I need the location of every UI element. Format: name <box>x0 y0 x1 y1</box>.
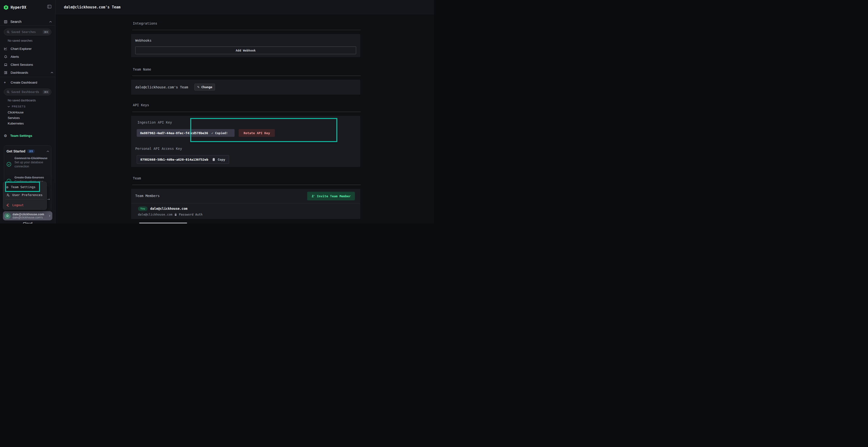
member-name: dale@clickhouse.com <box>150 207 187 210</box>
rotate-api-key-button[interactable]: Rotate API Key <box>239 129 275 137</box>
sidebar-item-client-sessions[interactable]: Client Sessions <box>4 62 53 67</box>
brand: HyperDX <box>3 4 26 10</box>
integrations-heading: Integrations <box>133 22 157 25</box>
sidebar-item-chart-explorer[interactable]: Chart Explorer <box>4 46 53 51</box>
main-content: dale@clickhouse.com's Team Integrations … <box>56 0 434 224</box>
sidebar-item-team-settings[interactable]: ⚙ Team Settings <box>4 133 32 138</box>
copy-label: Copy <box>218 158 225 161</box>
divider <box>0 25 55 26</box>
chevron-right-icon: › <box>49 214 51 218</box>
create-dashboard-label: Create Dashboard <box>10 81 37 84</box>
ingestion-key-chip[interactable]: 8e887902-4ed7-44ea-8fec-f47cd578be36 ✓ C… <box>137 129 235 137</box>
presets-toggle[interactable]: PRESETS <box>7 104 26 109</box>
sidebar-item-label: Client Sessions <box>10 63 33 66</box>
lock-icon <box>174 213 177 216</box>
gear-icon: ⚙ <box>6 185 8 189</box>
no-saved-dashboards-text: No saved dashboards <box>8 99 36 102</box>
chart-line-icon <box>4 47 7 50</box>
gear-icon: ⚙ <box>4 134 7 138</box>
saved-searches-input[interactable]: Saved Searches ⌘K <box>4 29 51 35</box>
hyperdx-app: HyperDX Search Saved Searches ⌘K No save… <box>0 0 434 224</box>
team-heading: Team <box>133 176 141 180</box>
team-settings-label: Team Settings <box>10 134 32 138</box>
you-badge: You <box>138 206 148 211</box>
task-title: Connect to ClickHouse <box>14 156 50 161</box>
shortcut-badge: ⌘K <box>43 30 50 34</box>
dashboard-grid-icon <box>4 71 7 74</box>
sidebar-item-alerts[interactable]: Alerts <box>4 54 53 60</box>
change-team-name-button[interactable]: ✎ Change <box>194 83 215 91</box>
member-details-row: dale@clickhouse.com Password Auth <box>138 213 203 216</box>
preset-clickhouse[interactable]: ClickHouse <box>8 110 24 114</box>
menu-item-team-settings[interactable]: ⚙ Team Settings <box>6 183 35 191</box>
menu-item-label: Team Settings <box>11 185 35 189</box>
search-icon <box>7 91 10 94</box>
search-section-label: Search <box>10 20 22 24</box>
invite-team-member-button[interactable]: Invite Team Member <box>307 192 355 200</box>
brand-name: HyperDX <box>10 5 26 10</box>
no-saved-searches-text: No saved searches <box>8 39 33 42</box>
menu-item-user-preferences[interactable]: User Preferences <box>6 191 42 199</box>
bell-icon <box>4 55 7 59</box>
get-started-item-connect[interactable]: Connect to ClickHouse Set up your databa… <box>14 156 50 169</box>
sidebar-item-label: Alerts <box>10 55 19 59</box>
page-title: dale@clickhouse.com's Team <box>64 0 121 14</box>
avatar: D <box>4 213 10 219</box>
horizontal-scrollbar-thumb[interactable] <box>139 222 187 224</box>
check-circle-icon <box>6 162 11 167</box>
collapse-sidebar-icon[interactable] <box>47 5 51 8</box>
account-popup-menu: ⚙ Team Settings User Preferences Logout <box>3 182 47 210</box>
chevron-up-icon <box>49 21 52 23</box>
chevron-up-icon <box>51 72 53 73</box>
presets-label: PRESETS <box>12 105 26 108</box>
sidebar-item-label: Chart Explorer <box>10 47 32 50</box>
divider <box>0 77 55 77</box>
ingestion-key-value: 8e887902-4ed7-44ea-8fec-f47cd578be36 <box>140 131 208 135</box>
progress-badge: 2/3 <box>27 149 35 153</box>
hyperdx-logo-icon <box>3 5 9 10</box>
divider <box>131 203 360 204</box>
plus-icon: + <box>4 80 7 84</box>
team-name-card: dale@clickhouse.com's Team ✎ Change <box>131 80 360 95</box>
member-email: dale@clickhouse.com <box>138 213 173 216</box>
menu-item-logout[interactable]: Logout <box>6 201 24 209</box>
clipped-bottom-text: Cloud <box>23 221 33 224</box>
preset-kubernetes[interactable]: Kubernetes <box>8 121 24 126</box>
create-dashboard-button[interactable]: + Create Dashboard <box>4 79 53 85</box>
menu-item-label: Logout <box>12 203 24 207</box>
sidebar-item-label: Dashboards <box>10 71 28 74</box>
saved-dashboards-placeholder: Saved Dashboards <box>11 90 39 94</box>
sidebar-section-search[interactable]: Search <box>4 18 52 25</box>
user-email: dale@clickhouse.com <box>12 213 44 216</box>
team-name-heading: Team Name <box>133 67 151 71</box>
clipboard-icon <box>212 158 215 161</box>
api-keys-heading: API Keys <box>133 103 149 107</box>
user-gear-icon <box>6 194 10 197</box>
copied-indicator: ✓ Copied! <box>212 131 228 135</box>
preset-services[interactable]: Services <box>8 115 20 120</box>
divider <box>132 112 361 112</box>
sidebar-item-dashboards[interactable]: Dashboards <box>4 70 53 75</box>
task-subtitle: Set up your database connection <box>14 161 50 169</box>
personal-key-chip[interactable]: 87982668-58b1-4d6e-a620-014a136f52eb Cop… <box>137 155 229 164</box>
personal-key-value: 87982668-58b1-4d6e-a620-014a136f52eb <box>140 158 208 161</box>
change-label: Change <box>201 85 212 89</box>
account-menu-trigger[interactable]: D dale@clickhouse.com dale@clickhouse.co… <box>3 211 52 220</box>
search-icon <box>7 31 10 33</box>
get-started-header[interactable]: Get Started 2/3 <box>6 148 49 154</box>
invite-label: Invite Team Member <box>317 194 351 198</box>
add-webhook-button[interactable]: Add Webhook <box>135 46 356 54</box>
shortcut-badge: ⌘K <box>43 90 50 94</box>
arrow-right-icon: → <box>47 197 50 201</box>
page-header: dale@clickhouse.com's Team <box>56 0 434 14</box>
task-title: Create Data Sources <box>14 176 50 180</box>
search-section-icon <box>4 20 7 24</box>
saved-dashboards-input[interactable]: Saved Dashboards ⌘K <box>4 89 51 95</box>
webhooks-card: Webhooks Add Webhook <box>131 34 360 57</box>
webhooks-title: Webhooks <box>135 38 151 42</box>
divider <box>132 185 361 185</box>
user-team-name: dale@clickhouse.com's <box>12 216 44 219</box>
saved-searches-placeholder: Saved Searches <box>11 30 36 34</box>
menu-divider <box>5 199 44 200</box>
laptop-icon <box>4 63 7 66</box>
